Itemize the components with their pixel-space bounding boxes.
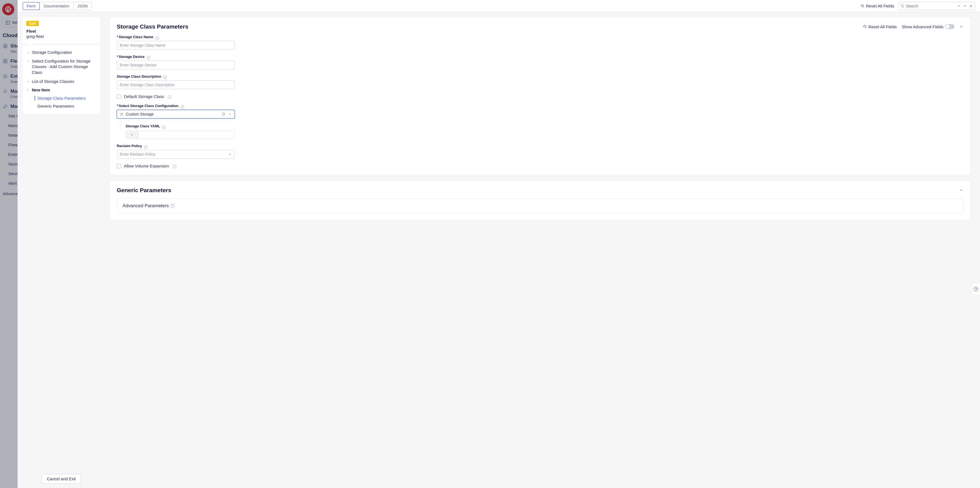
show-advanced-toggle[interactable]: Show Advanced Fields bbox=[902, 24, 955, 29]
input-storage-class-name[interactable] bbox=[117, 41, 235, 50]
label-default-storage-class: Default Storage Class bbox=[124, 94, 164, 99]
tree-subitem-storage-class-parameters[interactable]: Storage Class Parameters bbox=[22, 94, 100, 102]
label-storage-class-yaml: Storage Class YAML bbox=[126, 124, 235, 128]
tree-item-new-item[interactable]: New Item bbox=[22, 86, 100, 94]
info-icon[interactable] bbox=[180, 105, 184, 109]
info-icon[interactable] bbox=[163, 76, 167, 79]
search-icon bbox=[900, 4, 904, 8]
info-icon[interactable] bbox=[168, 95, 172, 99]
field-allow-volume-expansion: Allow Volume Expansion bbox=[117, 163, 963, 168]
target-icon bbox=[3, 74, 8, 79]
grid-icon bbox=[5, 20, 10, 25]
field-reclaim-policy: Reclaim Policy Enter Reclaim Policy bbox=[117, 144, 235, 158]
checkbox-default-storage-class[interactable] bbox=[117, 94, 121, 99]
wrench-icon bbox=[3, 104, 8, 109]
refresh-icon[interactable] bbox=[221, 112, 225, 116]
generic-section-title: Generic Parameters bbox=[117, 187, 171, 193]
toggle-switch[interactable] bbox=[945, 24, 955, 29]
svg-rect-4 bbox=[7, 22, 8, 23]
tree-item-storage-config[interactable]: Storage Configuration bbox=[22, 48, 100, 57]
advanced-parameters-title: Advanced Parameters bbox=[123, 203, 169, 209]
tree-item-list-classes[interactable]: List of Storage Classes bbox=[22, 77, 100, 86]
select-reclaim-policy[interactable]: Enter Reclaim Policy bbox=[117, 150, 235, 158]
search-box[interactable] bbox=[898, 2, 975, 10]
question-icon: ? bbox=[974, 287, 978, 292]
yaml-editor[interactable]: 1 bbox=[126, 131, 235, 139]
advanced-parameters-subcard: Advanced Parameters bbox=[117, 198, 963, 213]
select-value: Custom Storage bbox=[126, 112, 154, 116]
context-title: Fleet bbox=[26, 29, 96, 33]
generic-parameters-card: Generic Parameters Advanced Parameters bbox=[109, 181, 970, 220]
info-icon[interactable] bbox=[147, 56, 150, 60]
undo-icon bbox=[863, 25, 867, 29]
svg-rect-10 bbox=[3, 59, 5, 61]
tree-item-select-config[interactable]: Select Configuration for Storage Classes… bbox=[22, 57, 100, 77]
label-select-storage-class-configuration: *Select Storage Class Configuration bbox=[117, 104, 235, 108]
svg-rect-1 bbox=[7, 20, 8, 21]
label-storage-class-name: *Storage Class Name bbox=[117, 35, 235, 39]
svg-rect-7 bbox=[7, 24, 8, 25]
field-select-storage-class-configuration: *Select Storage Class Configuration Cust… bbox=[117, 104, 235, 139]
tree-subitem-generic-parameters[interactable]: Generic Parameters bbox=[22, 102, 100, 110]
search-next-icon[interactable] bbox=[963, 4, 967, 8]
cancel-and-exit-button[interactable]: Cancel and Exit bbox=[41, 474, 81, 483]
svg-rect-2 bbox=[9, 20, 10, 21]
chevron-down-icon bbox=[228, 112, 232, 116]
collapse-section-icon[interactable] bbox=[959, 25, 963, 29]
help-icon[interactable] bbox=[170, 204, 175, 208]
svg-point-16 bbox=[5, 90, 6, 92]
info-icon[interactable] bbox=[173, 165, 177, 168]
field-storage-class-yaml: Storage Class YAML 1 bbox=[126, 122, 235, 139]
storage-class-parameters-card: Storage Class Parameters Reset All Field… bbox=[109, 17, 970, 175]
swap-icon bbox=[120, 112, 124, 116]
tree-panel: Edit Fleet greg-fleet Storage Configurat… bbox=[18, 12, 100, 488]
edit-drawer: Form Documentation JSON Reset All Fields bbox=[18, 0, 980, 488]
field-default-storage-class: Default Storage Class bbox=[117, 94, 963, 99]
collapse-generic-icon[interactable] bbox=[959, 188, 963, 192]
label-storage-device: *Storage Device bbox=[117, 55, 235, 59]
yaml-line-number: 1 bbox=[126, 131, 138, 139]
edit-badge: Edit bbox=[26, 21, 39, 26]
section-title: Storage Class Parameters bbox=[117, 23, 188, 30]
svg-rect-13 bbox=[5, 62, 7, 63]
input-storage-class-description[interactable] bbox=[117, 81, 235, 89]
drawer-toolbar: Form Documentation JSON Reset All Fields bbox=[18, 0, 980, 12]
info-icon[interactable] bbox=[144, 145, 148, 149]
svg-rect-11 bbox=[5, 59, 7, 61]
svg-rect-0 bbox=[5, 20, 6, 21]
tab-documentation[interactable]: Documentation bbox=[40, 2, 74, 10]
context-card: Edit Fleet greg-fleet bbox=[22, 17, 100, 44]
tab-json[interactable]: JSON bbox=[74, 2, 91, 10]
gear-icon bbox=[3, 89, 8, 94]
search-clear-icon[interactable] bbox=[969, 4, 973, 8]
label-reclaim-policy: Reclaim Policy bbox=[117, 144, 235, 148]
svg-rect-8 bbox=[9, 24, 10, 25]
tree-list: Storage Configuration Select Configurati… bbox=[22, 45, 100, 114]
chevron-down-icon bbox=[228, 152, 232, 156]
search-input[interactable] bbox=[906, 4, 955, 8]
tab-form[interactable]: Form bbox=[23, 2, 40, 10]
svg-point-15 bbox=[5, 76, 6, 77]
form-area: Storage Class Parameters Reset All Field… bbox=[100, 12, 980, 488]
info-icon[interactable] bbox=[155, 36, 159, 40]
reset-all-fields-section[interactable]: Reset All Fields bbox=[863, 24, 897, 29]
field-storage-class-description: Storage Class Description bbox=[117, 74, 235, 89]
svg-point-17 bbox=[901, 5, 904, 7]
svg-rect-6 bbox=[5, 24, 6, 25]
svg-rect-3 bbox=[5, 22, 6, 23]
checkbox-allow-volume-expansion[interactable] bbox=[117, 164, 121, 168]
select-storage-class-configuration[interactable]: Custom Storage bbox=[117, 110, 235, 119]
undo-icon bbox=[861, 4, 864, 8]
svg-point-14 bbox=[3, 74, 7, 78]
search-prev-icon[interactable] bbox=[957, 4, 961, 8]
fleet-icon bbox=[3, 59, 8, 64]
help-fab[interactable]: ? bbox=[972, 283, 980, 295]
context-subtitle: greg-fleet bbox=[26, 34, 96, 39]
info-icon[interactable] bbox=[162, 125, 165, 129]
view-segmented-control: Form Documentation JSON bbox=[22, 2, 92, 10]
input-storage-device[interactable] bbox=[117, 61, 235, 70]
label-storage-class-description: Storage Class Description bbox=[117, 74, 235, 79]
reset-all-fields-top[interactable]: Reset All Fields bbox=[861, 3, 894, 8]
field-storage-class-name: *Storage Class Name bbox=[117, 35, 235, 50]
label-allow-volume-expansion: Allow Volume Expansion bbox=[124, 163, 169, 168]
